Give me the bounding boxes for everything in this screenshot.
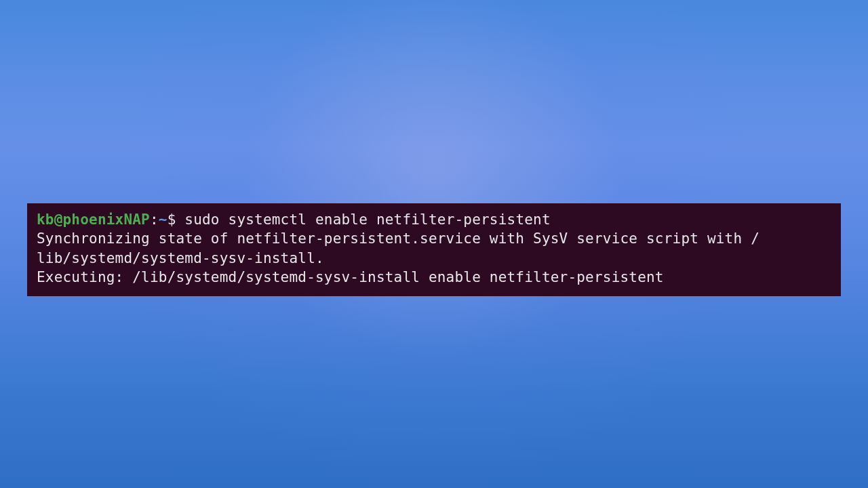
prompt-user-host: kb@phoenixNAP xyxy=(37,211,150,228)
prompt-colon: : xyxy=(150,211,159,228)
terminal-output-line: Synchronizing state of netfilter-persist… xyxy=(37,229,831,248)
command-input: sudo systemctl enable netfilter-persiste… xyxy=(184,211,550,228)
prompt-path: ~ xyxy=(159,211,167,228)
terminal-line-prompt: kb@phoenixNAP:~$ sudo systemctl enable n… xyxy=(37,210,831,229)
command-text xyxy=(176,211,185,228)
terminal-output-line: lib/systemd/systemd-sysv-install. xyxy=(37,249,831,268)
terminal-output-line: Executing: /lib/systemd/systemd-sysv-ins… xyxy=(37,268,831,287)
terminal-window[interactable]: kb@phoenixNAP:~$ sudo systemctl enable n… xyxy=(27,203,841,296)
prompt-symbol: $ xyxy=(167,211,176,228)
